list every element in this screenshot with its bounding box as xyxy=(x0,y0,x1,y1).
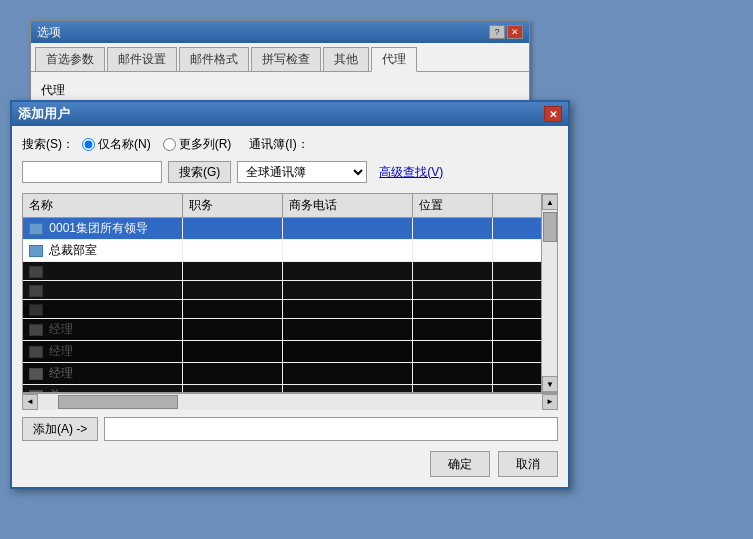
tab-preferences[interactable]: 首选参数 xyxy=(35,47,105,71)
row-name: 经理 xyxy=(23,319,183,340)
add-button[interactable]: 添加(A) -> xyxy=(22,417,98,441)
radio-name-only-label: 仅名称(N) xyxy=(98,136,151,153)
row-name xyxy=(23,262,183,280)
cancel-button[interactable]: 取消 xyxy=(498,451,558,477)
h-scroll-thumb[interactable] xyxy=(58,395,178,409)
ok-button[interactable]: 确定 xyxy=(430,451,490,477)
row-job xyxy=(183,385,283,392)
proxy-label: 代理 xyxy=(41,82,519,99)
add-row: 添加(A) -> xyxy=(22,417,558,441)
tab-mail-settings[interactable]: 邮件设置 xyxy=(107,47,177,71)
scroll-thumb[interactable] xyxy=(543,212,557,242)
vertical-scrollbar[interactable]: ▲ ▼ xyxy=(541,194,557,392)
row-icon xyxy=(29,245,43,257)
dialog-title: 添加用户 xyxy=(18,105,70,123)
row-job xyxy=(183,300,283,318)
horizontal-scrollbar[interactable]: ◄ ► xyxy=(22,393,558,409)
row-job xyxy=(183,281,283,299)
row-phone xyxy=(283,300,413,318)
row-location xyxy=(413,240,493,261)
row-icon xyxy=(29,304,43,316)
row-icon xyxy=(29,223,43,235)
row-phone xyxy=(283,319,413,340)
row-location xyxy=(413,300,493,318)
bg-title-bar: 选项 ? ✕ xyxy=(31,21,529,43)
table-header: 名称 职务 商务电话 位置 xyxy=(23,194,541,218)
table-row[interactable]: 经理 xyxy=(23,363,541,385)
row-location xyxy=(413,363,493,384)
table-row[interactable] xyxy=(23,281,541,300)
col-header-location: 位置 xyxy=(413,194,493,217)
bg-window-title: 选项 xyxy=(37,24,61,41)
table-row[interactable] xyxy=(23,262,541,281)
table-row[interactable]: 0001集团所有领导 xyxy=(23,218,541,240)
add-user-dialog: 添加用户 ✕ 搜索(S)： 仅名称(N) 更多列(R) 通讯簿(I)： 搜索(G… xyxy=(10,100,570,489)
tab-other[interactable]: 其他 xyxy=(323,47,369,71)
add-input[interactable] xyxy=(104,417,558,441)
row-location xyxy=(413,341,493,362)
search-button[interactable]: 搜索(G) xyxy=(168,161,231,183)
row-name: 经理 xyxy=(23,341,183,362)
row-phone xyxy=(283,363,413,384)
row-icon xyxy=(29,324,43,336)
row-icon xyxy=(29,368,43,380)
table-row[interactable]: 经理 xyxy=(23,319,541,341)
row-job xyxy=(183,218,283,239)
close-button[interactable]: ✕ xyxy=(507,25,523,39)
radio-name-only-input[interactable] xyxy=(82,138,95,151)
table-row[interactable]: 总 xyxy=(23,385,541,392)
radio-name-only[interactable]: 仅名称(N) xyxy=(82,136,151,153)
col-header-name: 名称 xyxy=(23,194,183,217)
radio-group: 仅名称(N) 更多列(R) xyxy=(82,136,231,153)
advanced-search-link[interactable]: 高级查找(V) xyxy=(379,164,443,181)
h-scroll-track[interactable] xyxy=(38,394,542,410)
tabs-container: 首选参数 邮件设置 邮件格式 拼写检查 其他 代理 xyxy=(31,43,529,72)
dialog-title-bar: 添加用户 ✕ xyxy=(12,102,568,126)
search-input-row: 搜索(G) 全球通讯簿 高级查找(V) xyxy=(22,161,558,183)
tab-proxy[interactable]: 代理 xyxy=(371,47,417,72)
table-inner: 名称 职务 商务电话 位置 0001集团所有领导 xyxy=(23,194,541,392)
row-name xyxy=(23,300,183,318)
row-name: 经理 xyxy=(23,363,183,384)
scroll-down-button[interactable]: ▼ xyxy=(542,376,558,392)
scroll-left-button[interactable]: ◄ xyxy=(22,394,38,410)
scroll-right-button[interactable]: ► xyxy=(542,394,558,410)
row-job xyxy=(183,341,283,362)
row-location xyxy=(413,218,493,239)
row-name xyxy=(23,281,183,299)
tab-spell-check[interactable]: 拼写检查 xyxy=(251,47,321,71)
row-name: 总 xyxy=(23,385,183,392)
row-job xyxy=(183,363,283,384)
dialog-close-button[interactable]: ✕ xyxy=(544,106,562,122)
row-phone xyxy=(283,341,413,362)
table-wrapper: 名称 职务 商务电话 位置 0001集团所有领导 xyxy=(22,193,558,409)
footer-row: 确定 取消 xyxy=(22,451,558,477)
search-label: 搜索(S)： xyxy=(22,136,74,153)
table-container: 名称 职务 商务电话 位置 0001集团所有领导 xyxy=(22,193,558,393)
row-phone xyxy=(283,262,413,280)
row-phone xyxy=(283,281,413,299)
row-phone xyxy=(283,240,413,261)
table-row[interactable]: 总裁部室 xyxy=(23,240,541,262)
search-text-input[interactable] xyxy=(22,161,162,183)
table-row[interactable]: 经理 xyxy=(23,341,541,363)
tab-mail-format[interactable]: 邮件格式 xyxy=(179,47,249,71)
row-location xyxy=(413,262,493,280)
addr-select[interactable]: 全球通讯簿 xyxy=(237,161,367,183)
scroll-track[interactable] xyxy=(542,210,557,376)
row-phone xyxy=(283,385,413,392)
row-name: 0001集团所有领导 xyxy=(23,218,183,239)
table-body: 0001集团所有领导 总裁部室 xyxy=(23,218,541,392)
table-row[interactable] xyxy=(23,300,541,319)
dialog-body: 搜索(S)： 仅名称(N) 更多列(R) 通讯簿(I)： 搜索(G) 全球通讯簿… xyxy=(12,126,568,487)
col-header-phone: 商务电话 xyxy=(283,194,413,217)
row-icon xyxy=(29,266,43,278)
col-header-job: 职务 xyxy=(183,194,283,217)
help-button[interactable]: ? xyxy=(489,25,505,39)
row-job xyxy=(183,319,283,340)
scroll-up-button[interactable]: ▲ xyxy=(542,194,558,210)
radio-more-columns[interactable]: 更多列(R) xyxy=(163,136,232,153)
search-options-row: 搜索(S)： 仅名称(N) 更多列(R) 通讯簿(I)： xyxy=(22,136,558,153)
row-icon xyxy=(29,390,43,392)
radio-more-columns-input[interactable] xyxy=(163,138,176,151)
